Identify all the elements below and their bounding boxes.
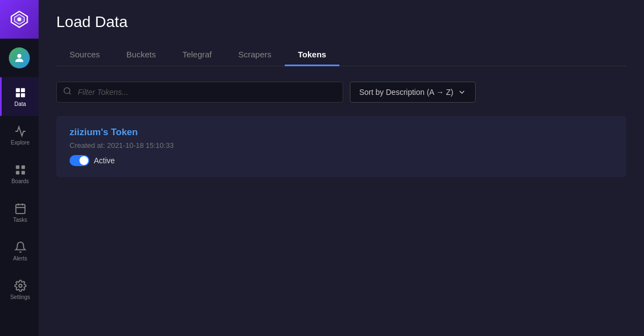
svg-line-18: [69, 93, 71, 94]
sidebar-alerts-label: Alerts: [13, 255, 28, 262]
sort-dropdown[interactable]: Sort by Description (A → Z): [350, 82, 476, 103]
search-wrapper: [56, 82, 343, 103]
tab-tokens[interactable]: Tokens: [285, 44, 339, 66]
chevron-down-icon: [457, 88, 466, 97]
svg-rect-9: [21, 165, 24, 168]
tab-sources[interactable]: Sources: [56, 44, 113, 66]
svg-rect-12: [15, 204, 25, 214]
search-input[interactable]: [56, 82, 343, 103]
main-content: Load Data Sources Buckets Telegraf Scrap…: [39, 0, 644, 336]
page-header: Load Data Sources Buckets Telegraf Scrap…: [39, 0, 644, 66]
sidebar-item-explore[interactable]: Explore: [0, 116, 39, 154]
sidebar-boards-label: Boards: [12, 178, 29, 184]
tabs-nav: Sources Buckets Telegraf Scrapers Tokens: [56, 44, 626, 66]
sidebar-item-settings[interactable]: Settings: [0, 270, 39, 309]
tab-buckets[interactable]: Buckets: [113, 44, 169, 66]
sidebar: Data Explore Boards: [0, 0, 39, 336]
sidebar-item-tasks[interactable]: Tasks: [0, 193, 39, 232]
svg-point-16: [19, 284, 22, 287]
sidebar-explore-label: Explore: [11, 140, 30, 146]
svg-rect-8: [15, 165, 19, 168]
page-title: Load Data: [56, 13, 626, 31]
app-logo[interactable]: [0, 0, 39, 39]
svg-rect-5: [20, 88, 24, 92]
svg-rect-6: [15, 93, 19, 97]
svg-point-17: [64, 88, 70, 94]
sidebar-nav: Data Explore Boards: [0, 77, 39, 336]
sort-label: Sort by Description (A → Z): [359, 88, 453, 97]
svg-rect-4: [15, 88, 19, 92]
svg-rect-10: [15, 170, 19, 174]
token-active-toggle[interactable]: [70, 155, 89, 166]
sidebar-item-data[interactable]: Data: [0, 77, 39, 116]
sidebar-settings-label: Settings: [10, 294, 30, 300]
tab-telegraf[interactable]: Telegraf: [169, 44, 225, 66]
sidebar-tasks-label: Tasks: [13, 217, 28, 223]
content-area: Sort by Description (A → Z) ziizium's To…: [39, 66, 644, 336]
token-name[interactable]: ziizium's Token: [70, 127, 613, 138]
token-created-at: Created at: 2021-10-18 15:10:33: [70, 141, 613, 150]
sidebar-item-alerts[interactable]: Alerts: [0, 232, 39, 270]
svg-rect-7: [20, 93, 24, 97]
sidebar-item-boards[interactable]: Boards: [0, 154, 39, 193]
token-status: Active: [70, 155, 613, 166]
token-card: ziizium's Token Created at: 2021-10-18 1…: [56, 116, 626, 177]
tab-scrapers[interactable]: Scrapers: [225, 44, 285, 66]
sidebar-data-label: Data: [14, 101, 26, 107]
svg-rect-11: [21, 170, 24, 174]
token-status-label: Active: [94, 156, 115, 165]
search-icon: [63, 87, 72, 98]
filter-row: Sort by Description (A → Z): [56, 82, 626, 103]
svg-point-2: [17, 17, 21, 21]
svg-point-3: [17, 54, 21, 58]
user-avatar[interactable]: [0, 39, 39, 77]
